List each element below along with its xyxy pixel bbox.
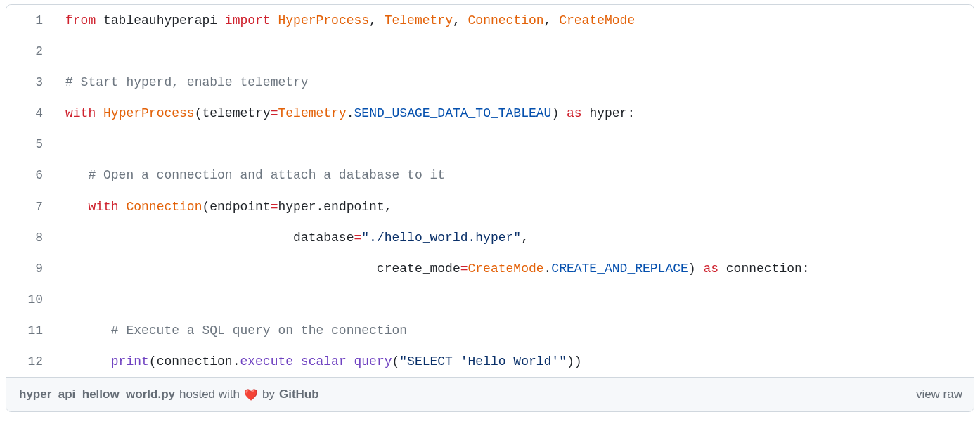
code-token: )) [567,354,582,368]
code-token: CreateMode [468,262,544,276]
code-token: # Start hyperd, enable telemetry [65,75,309,89]
code-token: = [271,200,278,214]
code-token [65,200,88,214]
code-token [119,200,127,214]
code-token: hyper.endpoint, [278,200,392,214]
code-token: . [544,262,552,276]
code-token [65,354,111,368]
line-number[interactable]: 11 [6,315,57,346]
line-number[interactable]: 5 [6,129,57,160]
code-token: ) [551,106,567,120]
line-content: database="./hello_world.hyper", [57,222,974,253]
gist-container: 1from tableauhyperapi import HyperProces… [6,4,974,412]
code-token: , [453,13,468,27]
line-number[interactable]: 4 [6,98,57,129]
gist-footer: hyper_api_hellow_world.py hosted with ❤️… [6,377,974,411]
code-token: database [65,231,354,245]
code-token: HyperProcess [278,13,369,27]
line-number[interactable]: 7 [6,191,57,222]
line-number[interactable]: 12 [6,346,57,377]
code-line: 5 [6,129,974,160]
code-token: = [354,231,361,245]
footer-left: hyper_api_hellow_world.py hosted with ❤️… [19,387,319,402]
code-line: 6 # Open a connection and attach a datab… [6,160,974,191]
code-token: , [521,231,529,245]
code-line: 8 database="./hello_world.hyper", [6,222,974,253]
code-token: as [567,106,582,120]
code-token: "./hello_world.hyper" [361,231,521,245]
filename-link[interactable]: hyper_api_hellow_world.py [19,387,175,402]
code-token: Telemetry [385,13,453,27]
code-token: = [271,106,278,120]
code-token: hyper: [582,106,636,120]
code-token [96,106,103,120]
hosted-text: hosted with [179,387,240,402]
code-token: ( [195,106,202,120]
code-token: ( [392,354,400,368]
code-line: 4with HyperProcess(telemetry=Telemetry.S… [6,98,974,129]
code-line: 3# Start hyperd, enable telemetry [6,67,974,98]
code-token: tableauhyperapi [96,13,225,27]
line-number[interactable]: 6 [6,160,57,191]
github-link[interactable]: GitHub [279,387,319,402]
line-content: from tableauhyperapi import HyperProcess… [57,5,974,36]
code-line: 10 [6,284,974,315]
heart-icon: ❤️ [244,388,258,402]
code-token: CREATE_AND_REPLACE [551,262,688,276]
line-number[interactable]: 1 [6,5,57,36]
code-table: 1from tableauhyperapi import HyperProces… [6,5,974,377]
line-number[interactable]: 2 [6,36,57,67]
code-line: 7 with Connection(endpoint=hyper.endpoin… [6,191,974,222]
code-token: print [111,354,149,368]
code-token: ) [688,262,704,276]
line-content: create_mode=CreateMode.CREATE_AND_REPLAC… [57,253,974,284]
code-token: HyperProcess [103,106,195,120]
code-token [271,13,278,27]
line-content: # Execute a SQL query on the connection [57,315,974,346]
code-area[interactable]: 1from tableauhyperapi import HyperProces… [6,5,974,377]
code-token: # Open a connection and attach a databas… [88,168,445,182]
code-token: with [65,106,96,120]
code-token: Connection [468,13,544,27]
code-token: with [88,200,118,214]
code-token: connection: [718,262,810,276]
line-number[interactable]: 8 [6,222,57,253]
code-token: # Execute a SQL query on the connection [111,323,407,338]
code-token: (endpoint [202,200,270,214]
view-raw-link[interactable]: view raw [916,387,962,402]
code-line: 1from tableauhyperapi import HyperProces… [6,5,974,36]
line-content [57,36,974,67]
line-number[interactable]: 9 [6,253,57,284]
line-content: with Connection(endpoint=hyper.endpoint, [57,191,974,222]
code-token [65,323,111,338]
code-token: , [369,13,385,27]
code-token: "SELECT 'Hello World'" [399,354,567,368]
code-line: 11 # Execute a SQL query on the connecti… [6,315,974,346]
line-content: print(connection.execute_scalar_query("S… [57,346,974,377]
code-token: import [225,13,271,27]
code-token: Connection [126,200,202,214]
line-number[interactable]: 10 [6,284,57,315]
code-token: CreateMode [559,13,635,27]
code-token: create_mode [65,262,460,276]
code-token: SEND_USAGE_DATA_TO_TABLEAU [354,106,552,120]
code-token: from [65,13,96,27]
line-content: with HyperProcess(telemetry=Telemetry.SE… [57,98,974,129]
line-content: # Open a connection and attach a databas… [57,160,974,191]
line-number[interactable]: 3 [6,67,57,98]
code-token: , [544,13,560,27]
code-token: Telemetry [278,106,347,120]
code-line: 12 print(connection.execute_scalar_query… [6,346,974,377]
code-token: execute_scalar_query [240,354,392,368]
code-token: telemetry [202,106,270,120]
code-token: = [460,262,468,276]
by-text: by [262,387,275,402]
line-content [57,129,974,160]
code-token: . [347,106,354,120]
line-content: # Start hyperd, enable telemetry [57,67,974,98]
code-token [65,168,88,182]
code-token: as [703,262,718,276]
line-content [57,284,974,315]
code-token: (connection. [149,354,240,368]
code-line: 2 [6,36,974,67]
